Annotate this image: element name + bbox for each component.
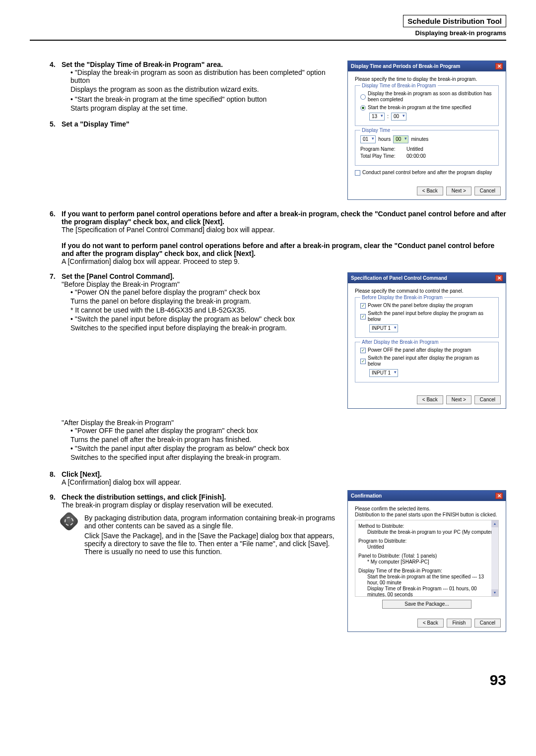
fieldset-legend: Display Time xyxy=(360,127,392,133)
confirmation-dialog: Confirmation ✕ Please confirm the select… xyxy=(347,490,506,632)
dialog-intro: Please specify the command to control th… xyxy=(355,288,499,294)
bullet: • "Switch the panel input before display… xyxy=(70,315,335,323)
next-button[interactable]: Next > xyxy=(446,187,471,195)
checkbox-icon xyxy=(360,348,366,353)
hours-select[interactable]: 01 xyxy=(360,135,376,143)
scrollbar[interactable]: ▴ ▾ xyxy=(491,520,498,596)
step-text-bold: If you do not want to perform panel cont… xyxy=(62,242,506,257)
after-label: "After Display the Break-in Program" xyxy=(62,419,506,427)
radio-option-1[interactable]: Display the break-in program as soon as … xyxy=(360,91,493,103)
bullet-text: "Display the break-in program as soon as… xyxy=(70,68,326,84)
step-title: Check the distribution settings, and cli… xyxy=(62,493,335,501)
cancel-button[interactable]: Cancel xyxy=(474,619,501,628)
minute-select[interactable]: 00 xyxy=(391,113,406,121)
dialog-intro: Please specify the time to display the b… xyxy=(355,76,499,82)
dialog-title: Specification of Panel Control Command xyxy=(351,275,447,281)
bullet-text: "Start the break-in program at the time … xyxy=(75,95,267,103)
scroll-up-icon[interactable]: ▴ xyxy=(491,520,498,527)
after-fieldset: After Display the Break-in Program Power… xyxy=(355,342,499,382)
cancel-button[interactable]: Cancel xyxy=(474,395,501,404)
radio-label: Display the break-in program as soon as … xyxy=(368,91,493,103)
display-time-fieldset: Display Time of Break-in Program Display… xyxy=(355,85,499,126)
checkbox-label: Conduct panel control before and after t… xyxy=(362,170,492,176)
close-icon[interactable]: ✕ xyxy=(495,63,503,69)
checkbox-label: Switch the panel input before display th… xyxy=(368,311,493,322)
switch-input-before-checkbox[interactable]: Switch the panel input before display th… xyxy=(360,311,493,322)
hours-label: hours xyxy=(378,136,391,142)
before-label: "Before Display the Break-in Program" xyxy=(62,280,335,288)
header-rule xyxy=(30,40,506,41)
bullet-desc: Switches to the specified input before d… xyxy=(70,324,335,332)
bullet-desc: Displays the program as soon as the dist… xyxy=(70,85,335,93)
back-button[interactable]: < Back xyxy=(417,395,443,404)
next-button[interactable]: Next > xyxy=(446,395,471,404)
step-desc: The break-in program display or display … xyxy=(62,501,335,509)
input-select-after[interactable]: INPUT 1 xyxy=(369,369,398,377)
step-desc: A [Confirmation] dialog box will appear.… xyxy=(62,257,506,265)
after-display-section: "After Display the Break-in Program" • "… xyxy=(62,419,506,461)
header-subtitle: Displaying break-in programs xyxy=(403,29,506,37)
radio-option-2[interactable]: Start the break-in program at the time s… xyxy=(360,105,493,111)
step-number: 4. xyxy=(50,61,62,113)
cancel-button[interactable]: Cancel xyxy=(474,187,501,195)
step-number: 5. xyxy=(50,120,62,128)
dialog-titlebar: Specification of Panel Control Command ✕ xyxy=(348,273,506,283)
page-number: 93 xyxy=(30,672,506,689)
power-on-checkbox[interactable]: Power ON the panel before display the pr… xyxy=(360,303,493,309)
power-off-checkbox[interactable]: Power OFF the panel after display the pr… xyxy=(360,347,493,353)
close-icon[interactable]: ✕ xyxy=(495,275,503,281)
duration-fieldset: Display Time 01 hours 00 minutes Program… xyxy=(355,130,499,166)
conf-label: Display Time of the Break-in Program: xyxy=(358,568,495,574)
page-header: Schedule Distribution Tool Displaying br… xyxy=(30,15,506,37)
step-7: 7. Set the [Panel Control Command]. "Bef… xyxy=(50,272,335,333)
step-number: 8. xyxy=(50,470,62,486)
finish-button[interactable]: Finish xyxy=(447,619,471,628)
bullet-text: "Switch the panel input before display t… xyxy=(75,315,295,323)
scroll-down-icon[interactable]: ▾ xyxy=(491,589,498,596)
total-play-value: 00:00:00 xyxy=(406,153,426,159)
bullet-desc: Switches to the specified input after di… xyxy=(70,453,506,461)
panel-control-dialog: Specification of Panel Control Command ✕… xyxy=(347,272,506,409)
program-name-value: Untitled xyxy=(406,146,423,152)
conduct-panel-checkbox[interactable]: Conduct panel control before and after t… xyxy=(355,170,499,176)
radio-label: Start the break-in program at the time s… xyxy=(368,105,471,111)
bullet: • "Switch the panel input after display … xyxy=(70,444,506,452)
display-time-dialog: Display Time and Periods of Break-in Pro… xyxy=(347,61,506,200)
switch-input-after-checkbox[interactable]: Switch the panel input after display the… xyxy=(360,355,493,367)
bullet-desc: Starts program display at the set time. xyxy=(70,104,335,112)
hint-icon xyxy=(59,511,79,532)
save-package-button[interactable]: Save the Package... xyxy=(382,600,471,609)
checkbox-label: Power ON the panel before display the pr… xyxy=(368,303,473,309)
step-number: 9. xyxy=(50,493,62,556)
before-fieldset: Before Display the Break-in Program Powe… xyxy=(355,297,499,338)
input-select-before[interactable]: INPUT 1 xyxy=(369,324,398,332)
conf-value: Display Time of Break-in Program --- 01 … xyxy=(358,586,495,597)
hour-select[interactable]: 13 xyxy=(369,113,385,121)
checkbox-icon xyxy=(355,170,360,176)
bullet-text: "Power OFF the panel after display the p… xyxy=(75,427,258,435)
fieldset-legend: Display Time of Break-in Program xyxy=(360,83,438,89)
close-icon[interactable]: ✕ xyxy=(495,493,503,499)
time-colon: : xyxy=(387,114,389,120)
dialog-titlebar: Display Time and Periods of Break-in Pro… xyxy=(348,61,506,71)
radio-icon xyxy=(360,105,366,111)
step-title: Set the "Display Time of Break-in Progra… xyxy=(62,61,335,68)
step-desc: A [Confirmation] dialog box will appear. xyxy=(62,478,335,486)
conf-value: Start the break-in program at the time s… xyxy=(358,574,495,586)
checkbox-icon xyxy=(360,303,366,309)
minutes-label: minutes xyxy=(411,136,428,142)
confirmation-list: Method to Distribute: Distribute the bre… xyxy=(355,520,499,597)
bullet-desc: Turns the panel on before displaying the… xyxy=(70,297,335,305)
back-button[interactable]: < Back xyxy=(417,187,443,195)
checkbox-label: Switch the panel input after display the… xyxy=(368,355,493,367)
step-number: 7. xyxy=(50,272,62,333)
bullet: • "Start the break-in program at the tim… xyxy=(70,95,335,103)
dialog-title: Display Time and Periods of Break-in Pro… xyxy=(351,63,460,69)
fieldset-legend: Before Display the Break-in Program xyxy=(360,295,444,301)
hint-text-2: Click [Save the Package], and in the [Sa… xyxy=(84,532,335,556)
back-button[interactable]: < Back xyxy=(417,619,444,628)
confirm-intro-1: Please confirm the selected items. xyxy=(355,506,499,512)
bullet: • "Power ON the panel before display the… xyxy=(70,288,335,296)
conf-value: * My computer [SHARP-PC] xyxy=(358,559,495,565)
minutes-select[interactable]: 00 xyxy=(393,135,408,143)
